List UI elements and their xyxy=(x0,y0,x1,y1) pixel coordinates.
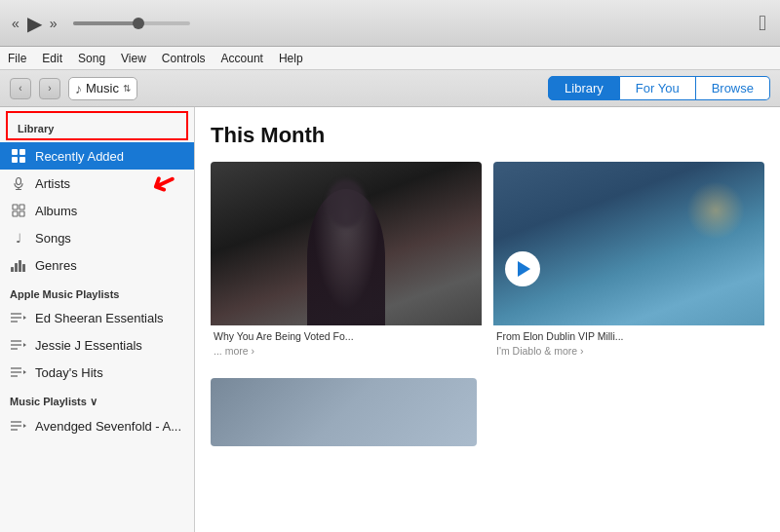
selector-chevron-icon: ⇅ xyxy=(123,83,131,94)
forward-button[interactable]: › xyxy=(39,78,60,99)
album-2-caption-line2: I'm Diablo & more › xyxy=(496,344,761,359)
album-2-caption-line1: From Elon Dublin VIP Milli... xyxy=(496,329,761,344)
playlist-icon-4 xyxy=(10,417,27,435)
svg-rect-0 xyxy=(12,149,18,155)
music-selector[interactable]: ♪ Music ⇅ xyxy=(68,77,137,100)
apple-logo-icon:  xyxy=(759,11,766,36)
menu-account[interactable]: Account xyxy=(221,52,263,65)
album-card-1[interactable]: Why You Are Being Voted Fo... ... more › xyxy=(211,162,482,366)
album-grid: Why You Are Being Voted Fo... ... more ›… xyxy=(211,162,764,366)
sidebar-item-ed-sheeran[interactable]: Ed Sheeran Essentials xyxy=(0,304,194,331)
todays-hits-label: Today's Hits xyxy=(35,365,103,380)
fast-forward-button[interactable]: » xyxy=(50,16,58,31)
toolbar: ‹ › ♪ Music ⇅ Library For You Browse xyxy=(0,70,780,107)
svg-rect-13 xyxy=(19,260,21,272)
sidebar-item-artists[interactable]: Artists xyxy=(0,170,194,197)
note-icon: ♩ xyxy=(10,229,27,247)
recently-added-label: Recently Added xyxy=(35,149,124,164)
menu-bar: File Edit Song View Controls Account Hel… xyxy=(0,47,780,70)
play-button-overlay[interactable] xyxy=(505,251,540,286)
music-playlists-section-label[interactable]: Music Playlists ∨ xyxy=(0,386,194,412)
genres-icon xyxy=(10,256,27,274)
album-card-2[interactable]: From Elon Dublin VIP Milli... I'm Diablo… xyxy=(493,162,764,366)
content-area: This Month Why You Are Being Voted Fo...… xyxy=(195,107,780,532)
svg-point-4 xyxy=(17,178,21,185)
svg-rect-11 xyxy=(11,267,14,272)
music-note-icon: ♪ xyxy=(75,81,82,96)
progress-bar[interactable] xyxy=(73,21,190,25)
svg-rect-2 xyxy=(12,157,18,163)
sidebar-item-recently-added[interactable]: Recently Added xyxy=(0,142,194,170)
sidebar-item-albums[interactable]: Albums xyxy=(0,197,194,224)
album-card-bottom[interactable] xyxy=(211,378,477,446)
sidebar-item-todays-hits[interactable]: Today's Hits xyxy=(0,359,194,386)
rewind-button[interactable]: « xyxy=(12,16,20,31)
mic-icon xyxy=(10,174,27,192)
menu-controls[interactable]: Controls xyxy=(162,52,206,65)
svg-marker-30 xyxy=(23,424,26,428)
albums-label: Albums xyxy=(35,204,77,218)
album-1-caption-line1: Why You Are Being Voted Fo... xyxy=(214,329,479,344)
songs-label: Songs xyxy=(35,231,71,246)
playlist-icon-1 xyxy=(10,309,27,326)
svg-rect-12 xyxy=(15,263,18,272)
transport-controls: « ▶ » xyxy=(12,12,190,35)
title-bar: « ▶ »  xyxy=(0,0,780,47)
svg-marker-18 xyxy=(23,316,26,320)
ed-sheeran-label: Ed Sheeran Essentials xyxy=(35,311,164,325)
jessie-j-label: Jessie J Essentials xyxy=(35,338,142,353)
svg-rect-3 xyxy=(20,157,25,163)
menu-song[interactable]: Song xyxy=(78,52,105,65)
playlist-icon-2 xyxy=(10,336,27,354)
avenged-label: Avendged Sevenfold - A... xyxy=(35,419,181,434)
album-icon xyxy=(10,202,27,219)
tab-group: Library For You Browse xyxy=(548,76,770,100)
menu-view[interactable]: View xyxy=(121,52,146,65)
menu-edit[interactable]: Edit xyxy=(42,52,62,65)
library-section-label: Library xyxy=(6,111,188,140)
svg-rect-14 xyxy=(22,264,25,272)
sidebar-item-jessie-j[interactable]: Jessie J Essentials xyxy=(0,331,194,359)
svg-rect-7 xyxy=(13,205,18,209)
genres-label: Genres xyxy=(35,258,77,273)
album-1-caption-line2: ... more › xyxy=(214,344,479,359)
play-button[interactable]: ▶ xyxy=(27,12,42,35)
svg-rect-8 xyxy=(13,211,18,216)
sidebar: Library Recently Added xyxy=(0,107,195,532)
grid-icon xyxy=(10,147,27,165)
svg-rect-1 xyxy=(20,149,25,155)
svg-marker-22 xyxy=(23,343,26,347)
sidebar-item-genres[interactable]: Genres xyxy=(0,251,194,279)
menu-file[interactable]: File xyxy=(8,52,26,65)
svg-rect-9 xyxy=(20,205,24,209)
sidebar-item-avenged[interactable]: Avendged Sevenfold - A... xyxy=(0,412,194,439)
music-selector-label: Music xyxy=(86,81,119,95)
svg-marker-26 xyxy=(23,370,26,374)
main-layout: Library Recently Added xyxy=(0,107,780,532)
back-button[interactable]: ‹ xyxy=(10,78,31,99)
playlist-icon-3 xyxy=(10,363,27,381)
tab-library[interactable]: Library xyxy=(548,76,620,100)
tab-browse[interactable]: Browse xyxy=(696,76,770,100)
svg-rect-10 xyxy=(20,211,24,216)
apple-music-section-label: Apple Music Playlists xyxy=(0,279,194,304)
play-triangle-icon xyxy=(518,261,530,277)
content-title: This Month xyxy=(211,123,764,148)
sidebar-item-songs[interactable]: ♩ Songs xyxy=(0,224,194,251)
menu-help[interactable]: Help xyxy=(279,52,303,65)
artists-label: Artists xyxy=(35,176,70,191)
tab-for-you[interactable]: For You xyxy=(620,76,696,100)
progress-thumb xyxy=(133,18,144,29)
